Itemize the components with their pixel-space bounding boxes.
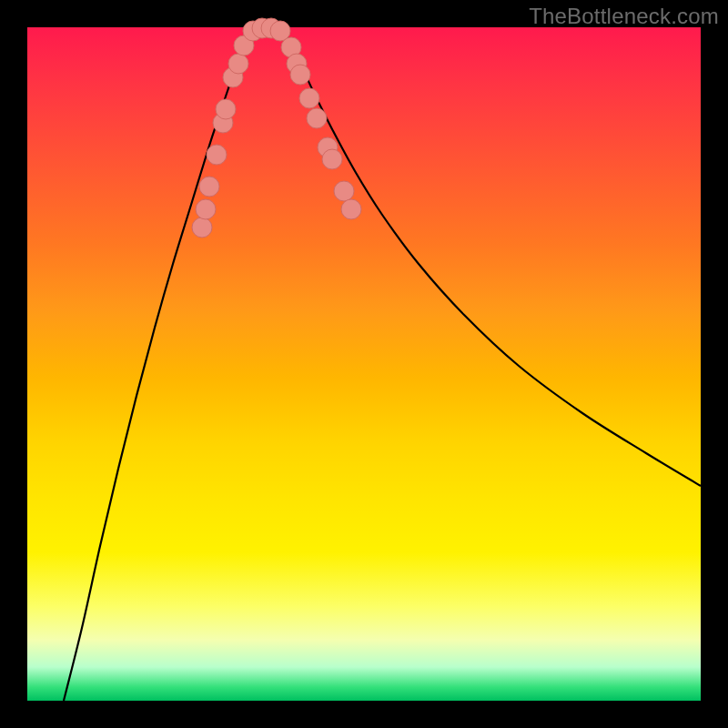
marker-dot-left (228, 54, 248, 74)
marker-dot-right (322, 149, 342, 169)
marker-group (192, 18, 361, 238)
chart-frame: TheBottleneck.com (0, 0, 728, 728)
marker-dot-right (299, 88, 319, 108)
marker-dot-right (307, 108, 327, 128)
chart-svg (27, 27, 701, 701)
marker-dot-right (334, 181, 354, 201)
marker-dot-left (207, 145, 227, 165)
curve-right (282, 29, 701, 486)
chart-plot-area (27, 27, 701, 701)
marker-dot-left (196, 199, 216, 219)
marker-dot-left (199, 177, 219, 197)
marker-dot-right (341, 199, 361, 219)
watermark-text: TheBottleneck.com (529, 4, 719, 29)
marker-dot-left (192, 217, 212, 238)
marker-dot-right (290, 65, 310, 85)
marker-dot-left (216, 99, 236, 119)
